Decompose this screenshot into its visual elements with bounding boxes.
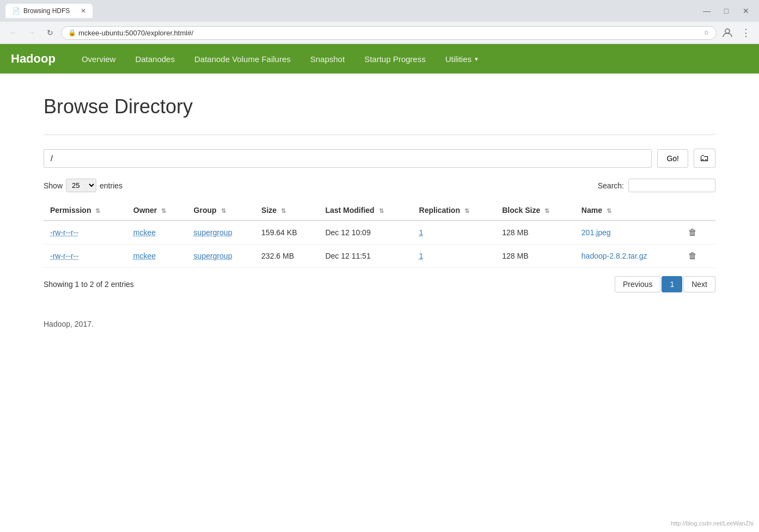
col-name-label: Name	[582, 206, 602, 215]
group-link-2[interactable]: supergroup	[194, 252, 232, 260]
sort-owner-icon[interactable]: ⇅	[161, 207, 166, 214]
browser-controls: ← → ↻ 🔒 mckee-ubuntu:50070/explorer.html…	[0, 22, 759, 44]
forward-button[interactable]: →	[24, 25, 39, 40]
replication-link-1[interactable]: 1	[419, 228, 424, 237]
search-input[interactable]	[628, 179, 715, 192]
go-button[interactable]: Go!	[657, 149, 688, 168]
nav-overview-label: Overview	[82, 54, 116, 64]
nav-datanodes[interactable]: Datanodes	[125, 46, 185, 72]
table-footer: Showing 1 to 2 of 2 entries Previous 1 N…	[44, 276, 715, 292]
navbar: Hadoop Overview Datanodes Datanode Volum…	[0, 44, 759, 74]
sort-name-icon[interactable]: ⇅	[607, 207, 611, 214]
owner-link-1[interactable]: mckee	[133, 228, 156, 237]
table-row: -rw-r--r-- mckee supergroup 159.64 KB De…	[44, 221, 715, 244]
nav-snapshot[interactable]: Snapshot	[301, 46, 354, 72]
nav-startup-progress-label: Startup Progress	[364, 54, 426, 64]
nav-startup-progress[interactable]: Startup Progress	[354, 46, 436, 72]
tab-title: Browsing HDFS	[23, 7, 70, 15]
utilities-dropdown-arrow: ▼	[474, 56, 479, 62]
next-button[interactable]: Next	[683, 276, 715, 292]
browser-chrome: 📄 Browsing HDFS ✕ — □ ✕ ← → ↻ 🔒 mckee-ub…	[0, 0, 759, 44]
sort-permission-icon[interactable]: ⇅	[95, 207, 100, 214]
owner-link-2[interactable]: mckee	[133, 252, 156, 260]
col-size: Size ⇅	[255, 200, 319, 221]
table-header: Permission ⇅ Owner ⇅ Group ⇅ Size ⇅ Last…	[44, 200, 715, 221]
cell-name-2: hadoop-2.8.2.tar.gz	[575, 244, 678, 268]
cell-replication-1: 1	[413, 221, 496, 244]
page-title: Browse Directory	[44, 95, 715, 118]
col-block-size-label: Block Size	[502, 206, 540, 215]
header-row: Permission ⇅ Owner ⇅ Group ⇅ Size ⇅ Last…	[44, 200, 715, 221]
cell-size-2: 232.6 MB	[255, 244, 319, 268]
close-button[interactable]: ✕	[738, 3, 754, 19]
sort-last-modified-icon[interactable]: ⇅	[379, 207, 384, 214]
entries-label: entries	[100, 181, 123, 190]
tab-favicon: 📄	[12, 7, 20, 15]
nav-datanode-volume-failures-label: Datanode Volume Failures	[194, 54, 291, 64]
nav-overview[interactable]: Overview	[72, 46, 126, 72]
browser-menu-button[interactable]: ⋮	[738, 25, 754, 40]
tab-close-button[interactable]: ✕	[81, 7, 86, 15]
previous-button[interactable]: Previous	[615, 276, 660, 292]
col-name: Name ⇅	[575, 200, 678, 221]
address-bar[interactable]: 🔒 mckee-ubuntu:50070/explorer.html#/ ☆	[61, 26, 717, 40]
footer-text: Hadoop, 2017.	[44, 320, 94, 328]
cell-name-1: 201.jpeg	[575, 221, 678, 244]
account-icon[interactable]	[720, 25, 735, 40]
replication-link-2[interactable]: 1	[419, 252, 424, 260]
showing-text: Showing 1 to 2 of 2 entries	[44, 280, 134, 289]
name-link-1[interactable]: 201.jpeg	[582, 228, 611, 237]
cell-replication-2: 1	[413, 244, 496, 268]
group-link-1[interactable]: supergroup	[194, 228, 232, 237]
delete-button-2[interactable]: 🗑	[685, 250, 700, 262]
permission-link-2[interactable]: -rw-r--r--	[50, 252, 78, 260]
sort-replication-icon[interactable]: ⇅	[464, 207, 469, 214]
delete-icon-1: 🗑	[688, 228, 697, 237]
nav-utilities[interactable]: Utilities ▼	[436, 46, 489, 72]
col-last-modified: Last Modified ⇅	[319, 200, 412, 221]
delete-button-1[interactable]: 🗑	[685, 227, 700, 239]
new-tab-area	[99, 3, 121, 19]
svg-point-0	[725, 29, 730, 33]
star-icon: ☆	[703, 29, 709, 36]
browser-tab[interactable]: 📄 Browsing HDFS ✕	[5, 4, 93, 18]
maximize-button[interactable]: □	[719, 3, 734, 19]
folder-button[interactable]: 🗂	[694, 149, 715, 168]
window-controls: — □ ✕	[699, 3, 754, 19]
cell-permission-2: -rw-r--r--	[44, 244, 127, 268]
cell-delete-2: 🗑	[678, 244, 715, 268]
main-content: Browse Directory Go! 🗂 Show 10 25 50 100…	[0, 74, 759, 350]
permission-link-1[interactable]: -rw-r--r--	[50, 228, 78, 237]
col-group-label: Group	[194, 206, 217, 215]
back-icon: ←	[9, 28, 17, 37]
cell-last-modified-2: Dec 12 11:51	[319, 244, 412, 268]
delete-icon-2: 🗑	[688, 251, 697, 260]
cell-delete-1: 🗑	[678, 221, 715, 244]
col-replication-label: Replication	[419, 206, 460, 215]
refresh-button[interactable]: ↻	[42, 25, 58, 40]
sort-size-icon[interactable]: ⇅	[281, 207, 286, 214]
path-input[interactable]	[44, 149, 652, 168]
minimize-button[interactable]: —	[699, 3, 714, 19]
sort-group-icon[interactable]: ⇅	[221, 207, 226, 214]
pagination: Previous 1 Next	[615, 276, 715, 292]
page-1-button[interactable]: 1	[662, 276, 682, 292]
nav-datanode-volume-failures[interactable]: Datanode Volume Failures	[185, 46, 301, 72]
nav-links: Overview Datanodes Datanode Volume Failu…	[72, 46, 489, 72]
col-permission: Permission ⇅	[44, 200, 127, 221]
col-last-modified-label: Last Modified	[325, 206, 374, 215]
col-actions	[678, 200, 715, 221]
entries-select[interactable]: 10 25 50 100	[66, 179, 96, 192]
back-button[interactable]: ←	[5, 25, 21, 40]
forward-icon: →	[28, 28, 35, 37]
cell-group-2: supergroup	[187, 244, 255, 268]
cell-last-modified-1: Dec 12 10:09	[319, 221, 412, 244]
footer: Hadoop, 2017.	[44, 314, 715, 328]
col-owner-label: Owner	[133, 206, 157, 215]
controls-row: Show 10 25 50 100 entries Search:	[44, 179, 715, 192]
path-row: Go! 🗂	[44, 149, 715, 168]
refresh-icon: ↻	[47, 28, 53, 37]
sort-block-size-icon[interactable]: ⇅	[544, 207, 549, 214]
cell-block-size-2: 128 MB	[495, 244, 575, 268]
name-link-2[interactable]: hadoop-2.8.2.tar.gz	[582, 252, 647, 260]
